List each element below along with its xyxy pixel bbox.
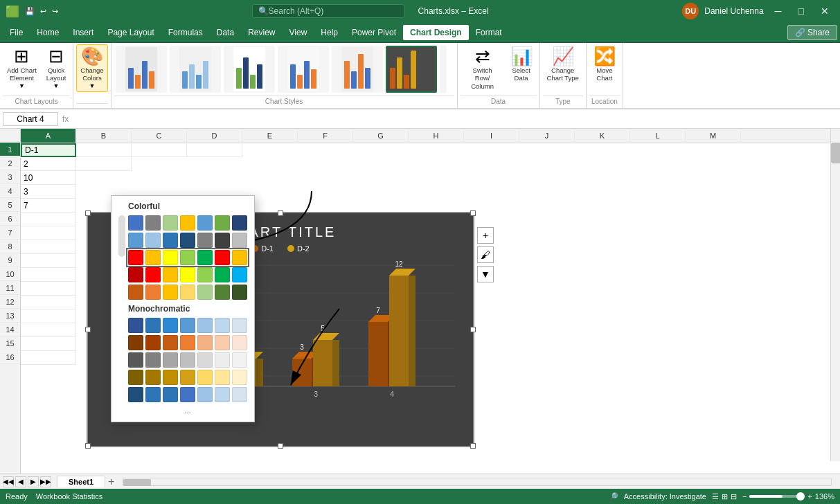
share-button[interactable]: 🔗 Share [787,25,837,40]
chart-handle-tr[interactable] [470,210,476,216]
color-swatch[interactable] [128,215,143,231]
search-input[interactable] [269,6,386,16]
color-swatch[interactable] [232,335,247,350]
color-swatch[interactable] [180,335,195,350]
chart-filter-btn[interactable]: ▼ [477,266,494,282]
color-swatch[interactable] [145,370,161,385]
color-swatch[interactable] [215,267,230,282]
cell-A3[interactable]: 10 [21,171,76,185]
color-swatch[interactable] [197,352,213,368]
cell-A7[interactable] [21,226,76,240]
formula-input[interactable] [73,113,837,125]
color-swatch[interactable] [197,285,213,300]
quick-layout-button[interactable]: ⊟ QuickLayout ▼ [42,44,71,92]
add-chart-element-button[interactable]: ⊞ Add ChartElement ▼ [3,44,41,92]
horizontal-scrollbar[interactable] [123,478,832,486]
cell-A5[interactable]: 7 [21,199,76,213]
chart-style-3[interactable] [224,46,275,93]
color-swatch[interactable] [180,267,195,282]
menu-formulas[interactable]: Formulas [161,25,210,40]
color-swatch[interactable] [128,370,143,385]
cell-C1[interactable] [132,143,187,157]
cell-A9[interactable] [21,254,76,268]
color-swatch[interactable] [197,267,213,282]
chart-handle-bl[interactable] [85,443,91,449]
color-swatch[interactable] [180,215,195,231]
color-swatch[interactable] [232,233,247,248]
color-swatch[interactable] [232,267,247,282]
minimize-button[interactable]: ─ [769,4,787,18]
zoom-in-btn[interactable]: + [807,492,812,501]
vertical-scrollbar[interactable] [830,129,840,461]
chart-style-5[interactable] [332,46,383,93]
color-swatch[interactable] [232,387,247,402]
menu-data[interactable]: Data [210,25,241,40]
color-swatch[interactable] [128,285,143,300]
cell-A6[interactable] [21,213,76,226]
chart-handle-bm[interactable] [278,443,283,449]
search-box[interactable]: 🔍 [252,4,404,18]
color-swatch[interactable] [215,387,230,402]
color-swatch[interactable] [197,370,213,385]
chart-add-element-btn[interactable]: + [477,227,494,244]
color-swatch[interactable] [197,233,213,248]
color-swatch[interactable] [145,387,161,402]
menu-format[interactable]: Format [469,25,509,40]
color-swatch[interactable] [180,285,195,300]
cell-A10[interactable] [21,268,76,282]
color-swatch[interactable] [128,387,143,402]
color-swatch[interactable] [232,215,247,231]
menu-power-pivot[interactable]: Power Pivot [345,25,403,40]
scrollbar-thumb[interactable] [118,215,125,257]
page-layout-btn[interactable]: ⊞ [722,492,728,501]
cell-D1[interactable] [187,143,242,157]
chart-style-6[interactable] [386,46,437,93]
quick-access-save[interactable]: 💾 [25,7,35,16]
cell-A11[interactable] [21,282,76,296]
menu-help[interactable]: Help [314,25,345,40]
menu-file[interactable]: File [3,25,30,40]
color-swatch[interactable] [215,370,230,385]
sheet-nav-last[interactable]: ▶▶ [40,476,51,487]
color-swatch[interactable] [232,352,247,368]
cell-A16[interactable] [21,351,76,365]
color-swatch[interactable] [145,267,161,282]
menu-page-layout[interactable]: Page Layout [100,25,161,40]
cell-A4[interactable]: 3 [21,185,76,199]
cell-B1[interactable] [76,143,132,157]
sheet-nav-prev[interactable]: ◀ [15,476,26,487]
more-colors-link[interactable]: ... [128,405,247,416]
color-swatch[interactable] [163,318,178,333]
sheet-nav-next[interactable]: ▶ [28,476,39,487]
cell-A12[interactable] [21,296,76,309]
color-swatch[interactable] [128,233,143,248]
chart-style-7[interactable] [440,46,447,93]
cell-A15[interactable] [21,337,76,351]
normal-view-btn[interactable]: ☰ [712,492,719,501]
chart-handle-tl[interactable] [85,210,91,216]
cell-A14[interactable] [21,323,76,337]
color-swatch[interactable] [215,215,230,231]
color-swatch[interactable] [215,318,230,333]
color-swatch[interactable] [163,352,178,368]
color-swatch[interactable] [163,215,178,231]
zoom-slider-thumb[interactable] [796,492,805,501]
color-swatch[interactable] [232,318,247,333]
close-button[interactable]: ✕ [815,4,834,18]
chart-handle-tm[interactable] [278,210,283,216]
color-swatch[interactable] [128,318,143,333]
move-chart-button[interactable]: 🔀 MoveChart [589,44,620,85]
maximize-button[interactable]: □ [793,4,810,18]
color-swatch[interactable] [145,250,161,265]
chart-handle-mr[interactable] [470,327,476,332]
color-swatch[interactable] [163,267,178,282]
color-swatch[interactable] [180,318,195,333]
color-swatch[interactable] [197,387,213,402]
select-data-button[interactable]: 📊 SelectData [506,44,537,85]
color-swatch[interactable] [163,250,178,265]
color-swatch[interactable] [128,267,143,282]
color-swatch[interactable] [197,250,213,265]
name-box[interactable] [3,112,58,126]
color-swatch[interactable] [197,335,213,350]
color-swatch[interactable] [145,318,161,333]
